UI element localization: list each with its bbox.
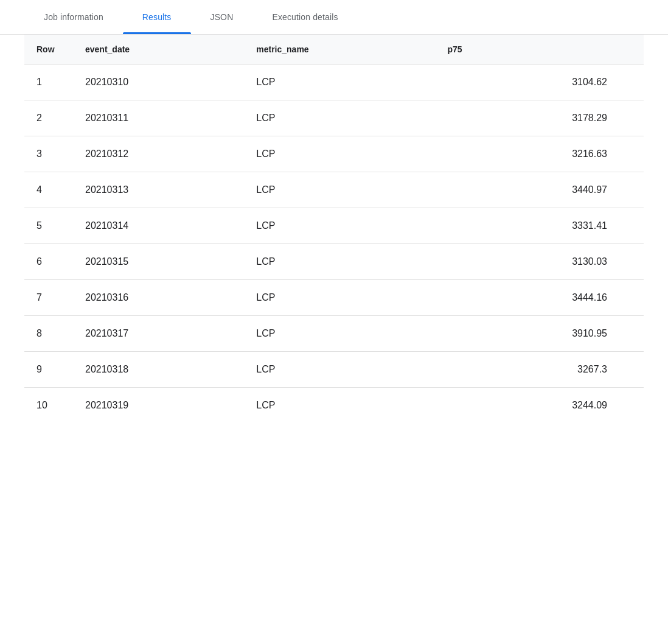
cell-row-number: 7: [24, 280, 73, 316]
cell-p75: 3104.62: [435, 65, 644, 100]
cell-row-number: 8: [24, 316, 73, 352]
cell-p75: 3910.95: [435, 316, 644, 352]
cell-event-date: 20210315: [73, 244, 244, 280]
cell-p75: 3440.97: [435, 172, 644, 208]
cell-event-date: 20210312: [73, 136, 244, 172]
table-row: 120210310LCP3104.62: [24, 65, 644, 100]
table-body: 120210310LCP3104.62220210311LCP3178.2932…: [24, 65, 644, 424]
cell-p75: 3444.16: [435, 280, 644, 316]
cell-event-date: 20210318: [73, 352, 244, 388]
cell-metric-name: LCP: [244, 172, 435, 208]
results-table: Row event_date metric_name p75 120210310…: [24, 35, 644, 423]
cell-metric-name: LCP: [244, 352, 435, 388]
tab-job-information[interactable]: Job information: [24, 0, 123, 34]
cell-p75: 3244.09: [435, 388, 644, 424]
cell-event-date: 20210310: [73, 65, 244, 100]
cell-p75: 3130.03: [435, 244, 644, 280]
tab-json[interactable]: JSON: [191, 0, 253, 34]
table-row: 520210314LCP3331.41: [24, 208, 644, 244]
col-header-event-date: event_date: [73, 35, 244, 65]
table-row: 220210311LCP3178.29: [24, 100, 644, 136]
cell-event-date: 20210316: [73, 280, 244, 316]
cell-event-date: 20210311: [73, 100, 244, 136]
cell-p75: 3331.41: [435, 208, 644, 244]
table-row: 720210316LCP3444.16: [24, 280, 644, 316]
cell-metric-name: LCP: [244, 208, 435, 244]
table-row: 920210318LCP3267.3: [24, 352, 644, 388]
table-row: 320210312LCP3216.63: [24, 136, 644, 172]
col-header-row: Row: [24, 35, 73, 65]
cell-metric-name: LCP: [244, 136, 435, 172]
table-row: 620210315LCP3130.03: [24, 244, 644, 280]
table-header: Row event_date metric_name p75: [24, 35, 644, 65]
cell-metric-name: LCP: [244, 388, 435, 424]
tab-execution-details[interactable]: Execution details: [252, 0, 357, 34]
cell-event-date: 20210317: [73, 316, 244, 352]
cell-row-number: 9: [24, 352, 73, 388]
cell-row-number: 4: [24, 172, 73, 208]
cell-p75: 3178.29: [435, 100, 644, 136]
tab-results[interactable]: Results: [123, 0, 191, 34]
cell-row-number: 6: [24, 244, 73, 280]
cell-row-number: 3: [24, 136, 73, 172]
col-header-metric-name: metric_name: [244, 35, 435, 65]
cell-metric-name: LCP: [244, 100, 435, 136]
cell-p75: 3216.63: [435, 136, 644, 172]
cell-row-number: 10: [24, 388, 73, 424]
cell-row-number: 2: [24, 100, 73, 136]
table-row: 420210313LCP3440.97: [24, 172, 644, 208]
cell-event-date: 20210314: [73, 208, 244, 244]
cell-metric-name: LCP: [244, 280, 435, 316]
cell-metric-name: LCP: [244, 65, 435, 100]
table-header-row: Row event_date metric_name p75: [24, 35, 644, 65]
cell-event-date: 20210319: [73, 388, 244, 424]
table-row: 820210317LCP3910.95: [24, 316, 644, 352]
cell-row-number: 1: [24, 65, 73, 100]
col-header-p75: p75: [435, 35, 644, 65]
cell-row-number: 5: [24, 208, 73, 244]
cell-metric-name: LCP: [244, 316, 435, 352]
cell-metric-name: LCP: [244, 244, 435, 280]
results-table-container: Row event_date metric_name p75 120210310…: [0, 35, 668, 423]
cell-p75: 3267.3: [435, 352, 644, 388]
tabs-bar: Job information Results JSON Execution d…: [0, 0, 668, 35]
table-row: 1020210319LCP3244.09: [24, 388, 644, 424]
cell-event-date: 20210313: [73, 172, 244, 208]
